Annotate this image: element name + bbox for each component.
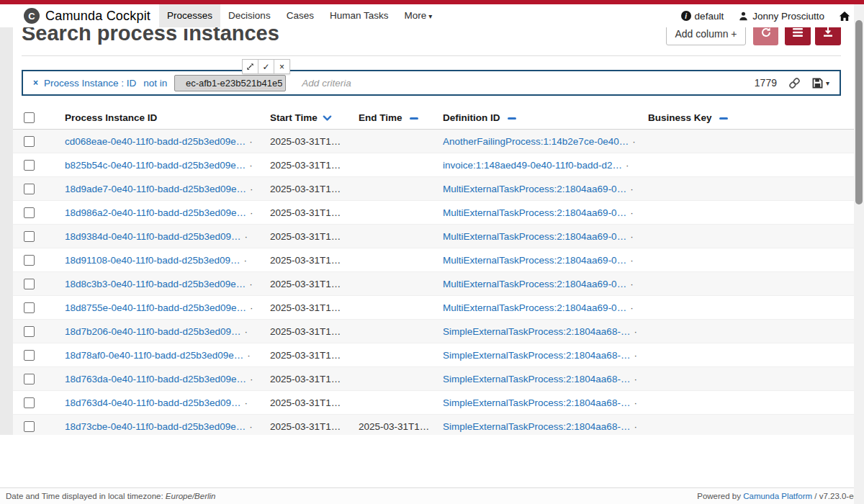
camunda-platform-link[interactable]: Camunda Platform — [743, 492, 812, 500]
sort-remove-icon[interactable] — [508, 117, 516, 120]
definition-id-link[interactable]: invoice:1:148aed49-0e40-11f0-badd-d2… — [443, 160, 622, 171]
nav-tab-decisions[interactable]: Decisions — [220, 4, 279, 27]
column-header-process-instance-id[interactable]: Process Instance ID — [65, 112, 157, 123]
column-header-start-time[interactable]: Start Time — [270, 112, 318, 123]
copy-link-icon[interactable] — [788, 77, 801, 89]
process-instance-id-link[interactable]: 18d78af0-0e40-11f0-badd-d25b3ed09e… — [65, 350, 243, 361]
end-time-cell: 2025-03-31T1… — [359, 421, 443, 432]
column-header-business-key[interactable]: Business Key — [648, 112, 712, 123]
table-row: 18d763da-0e40-11f0-badd-d25b3ed09e…· 202… — [13, 367, 854, 391]
row-checkbox[interactable] — [24, 350, 35, 361]
row-checkbox[interactable] — [24, 255, 35, 266]
truncation-dot: · — [244, 397, 248, 408]
save-search-button[interactable]: ▾ — [812, 78, 829, 89]
definition-id-link[interactable]: MultiExternalTaskProcess:2:1804aa69-0… — [443, 279, 626, 289]
nav-tab-processes[interactable]: Processes — [159, 4, 220, 27]
column-header-definition-id[interactable]: Definition ID — [443, 112, 500, 123]
definition-id-link[interactable]: SimpleExternalTaskProcess:2:1804aa68-… — [443, 374, 630, 384]
definition-id-link[interactable]: SimpleExternalTaskProcess:2:1804aa68-… — [443, 350, 630, 361]
definition-id-link[interactable]: MultiExternalTaskProcess:2:1804aa69-0… — [443, 184, 626, 194]
truncation-dot: · — [634, 374, 637, 384]
process-instance-id-link[interactable]: 18d7b206-0e40-11f0-badd-d25b3ed09… — [65, 326, 240, 337]
truncation-dot: · — [250, 374, 253, 384]
definition-id-link[interactable]: AnotherFailingProcess:1:14b2e7ce-0e40… — [443, 136, 629, 147]
definition-id-link[interactable]: MultiExternalTaskProcess:2:1804aa69-0… — [443, 302, 626, 313]
nav-tab-human-tasks[interactable]: Human Tasks — [322, 4, 397, 27]
start-time-cell: 2025-03-31T1… — [270, 160, 359, 171]
process-instance-id-link[interactable]: 18d763d4-0e40-11f0-badd-d25b3ed09… — [65, 397, 240, 408]
row-checkbox[interactable] — [24, 326, 35, 337]
process-instance-id-link[interactable]: 18d986a2-0e40-11f0-badd-d25b3ed09e… — [65, 207, 246, 218]
user-menu[interactable]: Jonny Prosciutto — [738, 11, 824, 22]
definition-id-link[interactable]: MultiExternalTaskProcess:2:1804aa69-0… — [443, 255, 626, 266]
add-criteria-field[interactable]: Add criteria — [302, 78, 351, 89]
process-instance-id-link[interactable]: b825b54c-0e40-11f0-badd-d25b3ed09e… — [65, 160, 246, 171]
row-checkbox[interactable] — [24, 374, 35, 384]
start-time-cell: 2025-03-31T1… — [270, 421, 359, 432]
row-checkbox[interactable] — [24, 136, 35, 147]
table-row: 18d8c3b3-0e40-11f0-badd-d25b3ed09e…· 202… — [13, 272, 854, 296]
definition-id-link[interactable]: MultiExternalTaskProcess:2:1804aa69-0… — [443, 207, 626, 218]
row-checkbox[interactable] — [24, 279, 35, 289]
row-checkbox[interactable] — [24, 231, 35, 242]
scrollbar-thumb[interactable] — [855, 20, 863, 204]
footer: Date and Time displayed in local timezon… — [0, 487, 864, 504]
process-instance-id-link[interactable]: 18d763da-0e40-11f0-badd-d25b3ed09e… — [65, 374, 246, 384]
timezone-value: Europe/Berlin — [166, 492, 216, 500]
select-all-checkbox[interactable] — [24, 112, 35, 123]
confirm-edit-button[interactable]: ✓ — [258, 59, 274, 74]
sort-remove-icon[interactable] — [410, 117, 418, 120]
process-instance-id-link[interactable]: 18d9384d-0e40-11f0-badd-d25b3ed09… — [65, 231, 240, 242]
cancel-edit-button[interactable]: × — [274, 59, 290, 74]
table-row: 18d7b206-0e40-11f0-badd-d25b3ed09…· 2025… — [13, 320, 854, 343]
sort-remove-icon[interactable] — [719, 117, 728, 120]
download-icon — [822, 27, 834, 41]
process-instance-id-link[interactable]: cd068eae-0e40-11f0-badd-d25b3ed09e… — [65, 136, 246, 147]
row-checkbox[interactable] — [24, 421, 35, 432]
truncation-dot: · — [249, 421, 253, 432]
definition-id-link[interactable]: SimpleExternalTaskProcess:2:1804aa68-… — [443, 326, 630, 337]
expand-editor-button[interactable] — [242, 59, 258, 74]
process-instance-id-link[interactable]: 18d73cbe-0e40-11f0-badd-d25b3ed09e… — [65, 421, 246, 432]
search-criteria-bar: × Process Instance : ID not in Add crite… — [22, 70, 841, 96]
definition-id-link[interactable]: MultiExternalTaskProcess:2:1804aa69-0… — [443, 231, 626, 242]
truncation-dot: · — [249, 279, 253, 289]
truncation-dot: · — [634, 326, 637, 337]
truncation-dot: · — [634, 350, 637, 361]
user-name: Jonny Prosciutto — [752, 11, 824, 22]
start-time-cell: 2025-03-31T1… — [270, 374, 359, 384]
column-header-end-time[interactable]: End Time — [359, 112, 402, 123]
start-time-cell: 2025-03-31T1… — [270, 207, 359, 218]
process-instance-id-link[interactable]: 18d91108-0e40-11f0-badd-d25b3ed09… — [65, 255, 240, 266]
definition-id-link[interactable]: SimpleExternalTaskProcess:2:1804aa68-… — [443, 397, 630, 408]
table-row: 18d986a2-0e40-11f0-badd-d25b3ed09e…· 202… — [13, 201, 854, 225]
row-checkbox[interactable] — [24, 397, 35, 408]
process-instance-id-link[interactable]: 18d9ade7-0e40-11f0-badd-d25b3ed09e… — [65, 184, 246, 194]
app-title[interactable]: Camunda Cockpit — [45, 9, 150, 24]
process-instance-id-link[interactable]: 18d8c3b3-0e40-11f0-badd-d25b3ed09e… — [65, 279, 246, 289]
sort-descending-icon[interactable] — [323, 115, 332, 122]
truncation-dot: · — [634, 421, 637, 432]
nav-tab-cases[interactable]: Cases — [279, 4, 322, 27]
definition-id-link[interactable]: SimpleExternalTaskProcess:2:1804aa68-… — [443, 421, 630, 432]
row-checkbox[interactable] — [24, 207, 35, 218]
powered-by: Powered by Camunda Platform / v7.23.0-ee — [697, 492, 858, 500]
start-time-cell: 2025-03-31T1… — [270, 184, 359, 194]
table-row: 18d9ade7-0e40-11f0-badd-d25b3ed09e…· 202… — [13, 177, 854, 201]
main-nav: Processes Decisions Cases Human Tasks Mo… — [159, 4, 440, 27]
row-checkbox[interactable] — [24, 160, 35, 171]
engine-selector[interactable]: i default — [681, 11, 724, 22]
start-time-cell: 2025-03-31T1… — [270, 326, 359, 337]
row-checkbox[interactable] — [24, 184, 35, 194]
process-instance-id-link[interactable]: 18d8755e-0e40-11f0-badd-d25b3ed09e… — [65, 302, 246, 313]
remove-criterion-icon[interactable]: × — [33, 78, 38, 88]
save-dropdown-caret-icon: ▾ — [826, 79, 829, 87]
timezone-label: Date and Time displayed in local timezon… — [6, 492, 166, 500]
criterion-operator[interactable]: not in — [143, 78, 167, 89]
criterion-field-label[interactable]: Process Instance : ID — [44, 78, 136, 89]
refresh-icon — [760, 27, 772, 41]
truncation-dot: · — [630, 207, 634, 218]
row-checkbox[interactable] — [24, 302, 35, 313]
criterion-value-input[interactable] — [174, 75, 286, 91]
nav-tab-more[interactable]: More▾ — [396, 4, 440, 27]
